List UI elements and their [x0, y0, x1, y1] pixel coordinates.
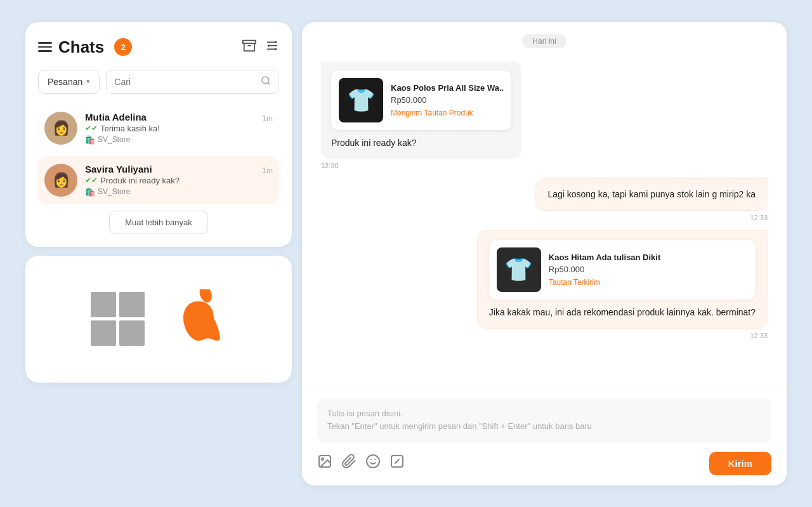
- chat-preview-savira: ✔✔ Produk ini ready kak?: [85, 176, 254, 185]
- svg-point-6: [268, 44, 270, 47]
- svg-point-5: [275, 41, 277, 43]
- header-actions: [242, 39, 279, 56]
- avatar-mutia: 👩: [44, 112, 77, 145]
- shop-badge-savira: 🛍️ SV_Store: [85, 187, 254, 197]
- msg-bubble-1: 👕 Kaos Polos Pria All Size Wa.. Rp50.000…: [321, 62, 521, 159]
- product-info-1: Kaos Polos Pria All Size Wa.. Rp50.000 M…: [391, 83, 504, 117]
- filter-icon[interactable]: [265, 39, 279, 56]
- product-card-1: 👕 Kaos Polos Pria All Size Wa.. Rp50.000…: [331, 70, 511, 130]
- emoji-icon[interactable]: [365, 454, 381, 473]
- search-input[interactable]: [114, 77, 256, 87]
- windows-tile-3: [91, 320, 116, 346]
- attachment-icon[interactable]: [341, 454, 357, 473]
- svg-point-13: [367, 455, 379, 468]
- load-more-button[interactable]: Muat lebih banyak: [109, 211, 208, 234]
- filter-dropdown[interactable]: Pesanan ▾: [38, 70, 100, 94]
- unread-badge: 2: [114, 38, 132, 56]
- chevron-down-icon: ▾: [86, 77, 90, 86]
- message-input[interactable]: Tulis isi pesan disini. Tekan "Enter" un…: [317, 398, 771, 443]
- product-thumb-1: 👕: [339, 78, 383, 122]
- msg-bubble-3: 👕 Kaos Hitam Ada tulisan Dikit Rp50.000 …: [477, 230, 768, 329]
- menu-icon[interactable]: [38, 42, 52, 52]
- chat-name-mutia: Mutia Adelina: [85, 112, 254, 122]
- chat-time-mutia: 1m: [262, 114, 273, 123]
- input-toolbar: Kirim: [317, 452, 771, 475]
- product-info-2: Kaos Hitam Ada tulisan Dikit Rp50.000 Ta…: [549, 253, 661, 287]
- archive-icon[interactable]: [242, 39, 256, 56]
- chat-preview-mutia: ✔✔ Terima kasih ka!: [85, 124, 254, 133]
- apple-logo: [170, 289, 227, 349]
- msg-incoming-1: 👕 Kaos Polos Pria All Size Wa.. Rp50.000…: [321, 62, 589, 169]
- msg-bubble-2: Lagi kosong ka, tapi kami punya stok lai…: [535, 178, 768, 211]
- product-card-2: 👕 Kaos Hitam Ada tulisan Dikit Rp50.000 …: [489, 240, 756, 300]
- slash-icon[interactable]: [390, 454, 405, 473]
- product-link-2[interactable]: Tautan Terkirim: [549, 278, 661, 287]
- msg-outgoing-2: 👕 Kaos Hitam Ada tulisan Dikit Rp50.000 …: [477, 230, 768, 339]
- product-thumb-2: 👕: [497, 247, 541, 292]
- shop-icon-savira: 🛍️: [85, 187, 95, 197]
- chat-list-card: Chats 2: [25, 22, 292, 247]
- shop-badge-mutia: 🛍️ SV_Store: [85, 135, 254, 145]
- platform-card: [25, 256, 292, 383]
- send-button[interactable]: Kirim: [709, 452, 771, 475]
- svg-point-12: [322, 458, 324, 460]
- product-link-1[interactable]: Mengirim Tautan Produk: [391, 109, 504, 117]
- windows-tile-4: [119, 320, 145, 346]
- chat-input-area: Tulis isi pesan disini. Tekan "Enter" un…: [302, 388, 787, 485]
- tshirt-icon-1: 👕: [347, 87, 376, 114]
- search-box: [106, 70, 279, 94]
- page-title: Chats: [58, 37, 104, 57]
- shop-icon: 🛍️: [85, 135, 95, 145]
- chat-name-savira: Savira Yuliyani: [85, 164, 254, 174]
- svg-point-7: [275, 48, 277, 50]
- svg-line-17: [395, 459, 399, 463]
- day-label: Hari ini: [321, 35, 768, 46]
- msg-outgoing-1: Lagi kosong ka, tapi kami punya stok lai…: [535, 178, 768, 221]
- tshirt-icon-2: 👕: [504, 256, 533, 283]
- chat-item-mutia[interactable]: 👩 Mutia Adelina ✔✔ Terima kasih ka! 🛍️ S…: [38, 104, 279, 152]
- chat-window: Hari ini 👕 Kaos Polos Pria All Size Wa..…: [302, 22, 787, 485]
- check-icon-savira: ✔✔: [85, 176, 98, 185]
- windows-logo: [91, 292, 145, 346]
- filter-row: Pesanan ▾: [38, 70, 279, 94]
- chat-header: Chats 2: [38, 37, 279, 57]
- chat-time-savira: 1m: [262, 166, 273, 175]
- chat-info-savira: Savira Yuliyani ✔✔ Produk ini ready kak?…: [85, 164, 254, 197]
- avatar-savira: 👩: [44, 164, 77, 197]
- check-icon: ✔✔: [85, 124, 98, 133]
- windows-tile-1: [91, 292, 116, 317]
- svg-rect-0: [243, 40, 256, 43]
- search-icon: [261, 76, 271, 88]
- image-icon[interactable]: [317, 454, 332, 473]
- chat-info-mutia: Mutia Adelina ✔✔ Terima kasih ka! 🛍️ SV_…: [85, 112, 254, 145]
- svg-line-9: [268, 82, 270, 84]
- chat-item-savira[interactable]: 👩 Savira Yuliyani ✔✔ Produk ini ready ka…: [38, 156, 279, 204]
- chat-messages: Hari ini 👕 Kaos Polos Pria All Size Wa..…: [302, 22, 787, 388]
- windows-tile-2: [119, 292, 145, 317]
